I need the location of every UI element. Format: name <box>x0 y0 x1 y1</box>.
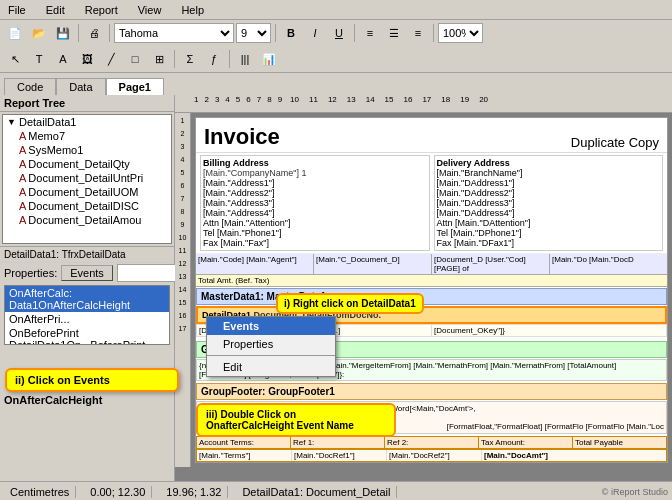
position-status: 0.00; 12.30 <box>84 486 152 498</box>
delivery-address-box: Delivery Address [Main."BranchName"] [Ma… <box>434 155 664 251</box>
tree-label: SysMemo1 <box>28 144 83 156</box>
tree-container[interactable]: ▼ DetailData1 A Memo7 A SysMemo1 A Docum… <box>2 114 172 244</box>
tree-item-sysmemo1[interactable]: A SysMemo1 <box>15 143 171 157</box>
object-properties-panel: DetailData1: TfrxDetailData Properties: … <box>0 246 174 366</box>
cursor-btn[interactable]: ↖ <box>4 48 26 70</box>
line-btn[interactable]: ╱ <box>100 48 122 70</box>
left-panel: Report Tree ▼ DetailData1 A Memo7 A SysM… <box>0 95 175 481</box>
tree-item-disc[interactable]: A Document_DetailDISC <box>15 199 171 213</box>
tree-item-detaildata1[interactable]: ▼ DetailData1 <box>3 115 171 129</box>
bottom-values-row: [Main."Terms"] [Main."DocRef1"] [Main."D… <box>196 449 667 462</box>
event-list[interactable]: OnAfterCalc: Data1OnAfterCalcHeight OnAf… <box>4 285 170 345</box>
sep3 <box>275 24 276 42</box>
italic-btn[interactable]: I <box>304 22 326 44</box>
object-label: DetailData1: TfrxDetailData <box>0 247 174 263</box>
print-btn[interactable]: 🖨 <box>83 22 105 44</box>
context-menu-item-events[interactable]: Events <box>207 317 335 335</box>
font-selector[interactable]: Tahoma <box>114 23 234 43</box>
props-row: Properties: Events <box>0 263 174 283</box>
underline-btn[interactable]: U <box>328 22 350 44</box>
toolbar-row-2: ↖ T A 🖼 ╱ □ ⊞ Σ ƒ ||| 📊 <box>0 46 672 72</box>
menu-file[interactable]: File <box>4 3 30 17</box>
open-btn[interactable]: 📂 <box>28 22 50 44</box>
event-item-1[interactable]: OnAfterPri... <box>5 312 169 326</box>
sum-btn[interactable]: Σ <box>179 48 201 70</box>
align-right-btn[interactable]: ≡ <box>407 22 429 44</box>
unit-status: Centimetres <box>4 486 76 498</box>
bold-btn[interactable]: B <box>280 22 302 44</box>
delivery-label: Delivery Address <box>437 158 661 168</box>
doc-header-row: [Main."Code] [Main."Agent"] [Main."C_Doc… <box>196 254 667 275</box>
billing-address-box: Billing Address [Main."CompanyName"] 1 [… <box>200 155 430 251</box>
menu-help[interactable]: Help <box>177 3 208 17</box>
sep1 <box>78 24 79 42</box>
tree-label: Document_DetailUntPri <box>28 172 143 184</box>
sep4 <box>354 24 355 42</box>
invoice-header: Invoice Duplicate Copy <box>196 118 667 153</box>
tree-item-amou[interactable]: A Document_DetailAmou <box>15 213 171 227</box>
subtotal-row: Total Amt. (Bef. Tax) <box>196 275 667 287</box>
report-scroll-area[interactable]: Invoice Duplicate Copy Billing Address [… <box>191 113 672 467</box>
expr-btn[interactable]: ƒ <box>203 48 225 70</box>
events-button[interactable]: Events <box>61 265 113 281</box>
toolbar-container: 📄 📂 💾 🖨 Tahoma 9 B I U ≡ ☰ ≡ 100% ↖ T A … <box>0 20 672 73</box>
selected-event-name: OnAfterCalcHeight <box>0 390 174 408</box>
tree-item-qty[interactable]: A Document_DetailQty <box>15 157 171 171</box>
status-bar: Centimetres 0.00; 12.30 19.96; 1.32 Deta… <box>0 481 672 500</box>
field-icon: A <box>19 144 26 156</box>
new-btn[interactable]: 📄 <box>4 22 26 44</box>
sep6 <box>174 50 175 68</box>
rect-btn[interactable]: □ <box>124 48 146 70</box>
chart-btn[interactable]: 📊 <box>258 48 280 70</box>
tab-bar: Code Data Page1 <box>0 73 672 95</box>
field-icon: A <box>19 214 26 226</box>
event-label-1: OnAfterPri... <box>9 313 70 325</box>
align-center-btn[interactable]: ☰ <box>383 22 405 44</box>
context-menu-item-3[interactable]: Edit <box>207 358 335 376</box>
event-item-0[interactable]: OnAfterCalc: Data1OnAfterCalcHeight <box>5 286 169 312</box>
picture-btn[interactable]: 🖼 <box>76 48 98 70</box>
content-area[interactable]: 1 2 3 4 5 6 7 8 9 10 11 12 13 14 15 16 1… <box>175 95 672 481</box>
field-icon: A <box>19 130 26 142</box>
field-icon: A <box>19 186 26 198</box>
menu-report[interactable]: Report <box>81 3 122 17</box>
selected-status: DetailData1: Document_Detail <box>236 486 397 498</box>
barcode-btn[interactable]: ||| <box>234 48 256 70</box>
ruler: 1 2 3 4 5 6 7 8 9 10 11 12 13 14 15 16 1… <box>175 95 672 113</box>
menu-edit[interactable]: Edit <box>42 3 69 17</box>
tab-code[interactable]: Code <box>4 78 56 95</box>
event-label-0: OnAfterCalc: Data1OnAfterCalcHeight <box>9 287 165 311</box>
save-btn[interactable]: 💾 <box>52 22 74 44</box>
tree-item-memo7[interactable]: A Memo7 <box>15 129 171 143</box>
report-page-wrapper: 1234567891011121314151617 Invoice Duplic… <box>175 113 672 467</box>
tree-label: DetailData1 <box>19 116 76 128</box>
zoom-selector[interactable]: 100% <box>438 23 483 43</box>
subreport-btn[interactable]: ⊞ <box>148 48 170 70</box>
tab-data[interactable]: Data <box>56 78 105 95</box>
tab-page1[interactable]: Page1 <box>106 78 164 95</box>
field-icon: A <box>19 200 26 212</box>
company-field: [Main."CompanyName"] 1 <box>203 168 427 178</box>
event-label-2: OnBeforePrint DetailData1On...BeforePrin… <box>9 327 165 345</box>
masterdata-band[interactable]: MasterData1: MasterData1 <box>196 288 667 305</box>
text-btn[interactable]: T <box>28 48 50 70</box>
groupfooter1-band[interactable]: GroupFooter: GroupFooter1 <box>196 383 667 400</box>
sep7 <box>229 50 230 68</box>
context-menu-separator <box>207 355 335 356</box>
callout-right-click: i) Right click on DetailData1 <box>276 293 424 314</box>
tree-item-untpri[interactable]: A Document_DetailUntPri <box>15 171 171 185</box>
bottom-detail-row: Account Terms: Ref 1: Ref 2: Tax Amount:… <box>196 436 667 449</box>
menu-view[interactable]: View <box>134 3 166 17</box>
tree-label: Memo7 <box>28 130 65 142</box>
address-section: Billing Address [Main."CompanyName"] 1 [… <box>196 153 667 254</box>
report-tree-title: Report Tree <box>0 95 174 112</box>
context-menu: Events Properties Edit <box>206 316 336 377</box>
field-icon: A <box>19 172 26 184</box>
size-selector[interactable]: 9 <box>236 23 271 43</box>
tree-item-uom[interactable]: A Document_DetailUOM <box>15 185 171 199</box>
field-btn[interactable]: A <box>52 48 74 70</box>
main-container: Report Tree ▼ DetailData1 A Memo7 A SysM… <box>0 95 672 481</box>
event-item-2[interactable]: OnBeforePrint DetailData1On...BeforePrin… <box>5 326 169 345</box>
context-menu-item-2[interactable]: Properties <box>207 335 335 353</box>
align-left-btn[interactable]: ≡ <box>359 22 381 44</box>
